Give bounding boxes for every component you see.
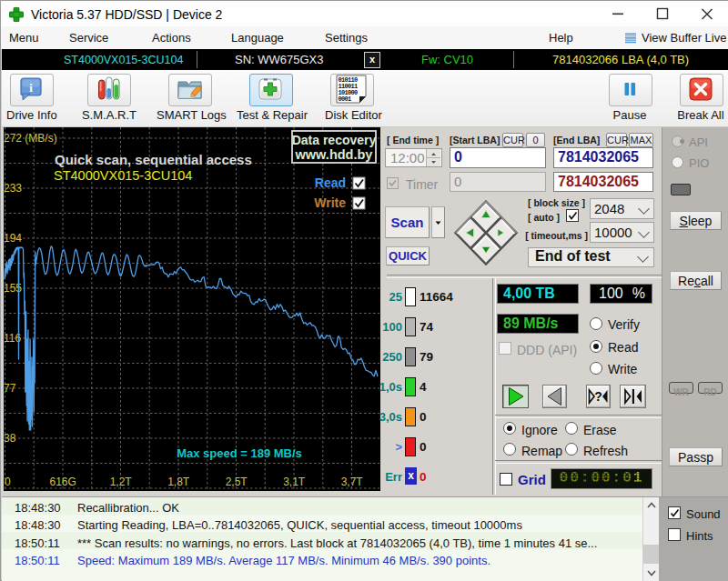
svg-text:38: 38 bbox=[4, 432, 16, 445]
svg-text:77: 77 bbox=[4, 382, 16, 395]
svg-text:3,1T: 3,1T bbox=[283, 476, 306, 488]
svg-text:ST4000VX015-3CU104: ST4000VX015-3CU104 bbox=[54, 168, 192, 183]
svg-text:Max speed = 189 MB/s: Max speed = 189 MB/s bbox=[177, 446, 302, 460]
svg-text:Quick scan, sequential access: Quick scan, sequential access bbox=[55, 152, 252, 167]
svg-text:2,5T: 2,5T bbox=[226, 476, 248, 488]
svg-text:Write: Write bbox=[314, 195, 346, 210]
svg-text:0: 0 bbox=[5, 476, 11, 488]
svg-text:272 (MB/s): 272 (MB/s) bbox=[4, 132, 57, 145]
svg-text:3,7T: 3,7T bbox=[341, 476, 364, 488]
svg-text:?: ? bbox=[594, 389, 602, 404]
svg-text:1,2T: 1,2T bbox=[110, 476, 133, 488]
svg-text:194: 194 bbox=[4, 232, 22, 245]
svg-text:i: i bbox=[29, 81, 33, 95]
svg-text:www.hdd.by: www.hdd.by bbox=[295, 147, 373, 162]
svg-text:233: 233 bbox=[4, 182, 22, 195]
svg-text:0001: 0001 bbox=[339, 95, 352, 103]
svg-text:616G: 616G bbox=[50, 476, 76, 488]
svg-text:Read: Read bbox=[315, 175, 346, 190]
svg-text:1,8T: 1,8T bbox=[167, 476, 190, 488]
svg-text:Data recovery: Data recovery bbox=[292, 133, 377, 147]
